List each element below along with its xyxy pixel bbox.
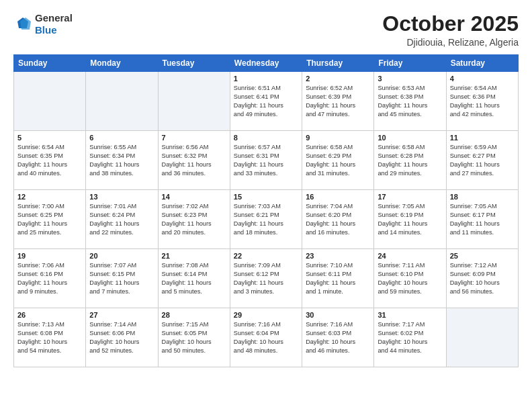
col-sunday: Sunday [14, 55, 86, 72]
day-info: Sunrise: 7:14 AM Sunset: 6:06 PM Dayligh… [89, 320, 154, 355]
day-info: Sunrise: 7:01 AM Sunset: 6:24 PM Dayligh… [89, 202, 154, 237]
week-row-2: 5Sunrise: 6:54 AM Sunset: 6:35 PM Daylig… [14, 131, 519, 190]
calendar-cell: 8Sunrise: 6:57 AM Sunset: 6:31 PM Daylig… [230, 131, 302, 190]
logo: General Blue [13, 12, 73, 36]
logo-icon [13, 15, 32, 34]
col-tuesday: Tuesday [158, 55, 230, 72]
day-info: Sunrise: 7:03 AM Sunset: 6:21 PM Dayligh… [234, 202, 298, 237]
calendar-cell: 10Sunrise: 6:58 AM Sunset: 6:28 PM Dayli… [374, 131, 446, 190]
day-info: Sunrise: 7:04 AM Sunset: 6:20 PM Dayligh… [306, 202, 370, 237]
day-info: Sunrise: 6:58 AM Sunset: 6:28 PM Dayligh… [378, 143, 442, 178]
day-number: 30 [306, 311, 370, 319]
day-info: Sunrise: 7:10 AM Sunset: 6:11 PM Dayligh… [306, 261, 370, 296]
day-number: 21 [162, 252, 226, 260]
day-number: 23 [306, 252, 370, 260]
calendar-cell: 15Sunrise: 7:03 AM Sunset: 6:21 PM Dayli… [230, 190, 302, 249]
day-number: 17 [378, 193, 442, 201]
logo-text: General Blue [35, 12, 73, 36]
calendar-cell: 20Sunrise: 7:07 AM Sunset: 6:15 PM Dayli… [86, 249, 158, 308]
calendar-cell: 22Sunrise: 7:09 AM Sunset: 6:12 PM Dayli… [230, 249, 302, 308]
day-number: 8 [234, 134, 298, 142]
day-number: 2 [306, 75, 370, 83]
day-number: 16 [306, 193, 370, 201]
day-info: Sunrise: 7:11 AM Sunset: 6:10 PM Dayligh… [378, 261, 442, 296]
day-number: 27 [89, 311, 154, 319]
day-info: Sunrise: 7:00 AM Sunset: 6:25 PM Dayligh… [17, 202, 82, 237]
day-number: 31 [378, 311, 442, 319]
day-info: Sunrise: 7:15 AM Sunset: 6:05 PM Dayligh… [162, 320, 226, 355]
col-friday: Friday [374, 55, 446, 72]
day-info: Sunrise: 7:07 AM Sunset: 6:15 PM Dayligh… [89, 261, 154, 296]
day-info: Sunrise: 7:05 AM Sunset: 6:19 PM Dayligh… [378, 202, 442, 237]
day-info: Sunrise: 6:53 AM Sunset: 6:38 PM Dayligh… [378, 84, 442, 119]
col-wednesday: Wednesday [230, 55, 302, 72]
day-info: Sunrise: 6:57 AM Sunset: 6:31 PM Dayligh… [234, 143, 298, 178]
calendar-cell: 24Sunrise: 7:11 AM Sunset: 6:10 PM Dayli… [374, 249, 446, 308]
day-info: Sunrise: 7:05 AM Sunset: 6:17 PM Dayligh… [450, 202, 515, 237]
col-thursday: Thursday [302, 55, 374, 72]
calendar-cell: 1Sunrise: 6:51 AM Sunset: 6:41 PM Daylig… [230, 72, 302, 131]
day-number: 19 [17, 252, 82, 260]
calendar-cell [446, 308, 518, 367]
day-info: Sunrise: 7:09 AM Sunset: 6:12 PM Dayligh… [234, 261, 298, 296]
calendar-cell: 9Sunrise: 6:58 AM Sunset: 6:29 PM Daylig… [302, 131, 374, 190]
calendar-cell: 21Sunrise: 7:08 AM Sunset: 6:14 PM Dayli… [158, 249, 230, 308]
day-info: Sunrise: 6:54 AM Sunset: 6:35 PM Dayligh… [17, 143, 82, 178]
calendar-cell: 18Sunrise: 7:05 AM Sunset: 6:17 PM Dayli… [446, 190, 518, 249]
day-info: Sunrise: 6:52 AM Sunset: 6:39 PM Dayligh… [306, 84, 370, 119]
calendar-cell: 11Sunrise: 6:59 AM Sunset: 6:27 PM Dayli… [446, 131, 518, 190]
calendar-cell: 3Sunrise: 6:53 AM Sunset: 6:38 PM Daylig… [374, 72, 446, 131]
day-info: Sunrise: 6:55 AM Sunset: 6:34 PM Dayligh… [89, 143, 154, 178]
month-title: October 2025 [382, 12, 519, 36]
day-number: 12 [17, 193, 82, 201]
day-number: 7 [162, 134, 226, 142]
col-saturday: Saturday [446, 55, 518, 72]
day-info: Sunrise: 7:02 AM Sunset: 6:23 PM Dayligh… [162, 202, 226, 237]
day-number: 11 [450, 134, 515, 142]
week-row-1: 1Sunrise: 6:51 AM Sunset: 6:41 PM Daylig… [14, 72, 519, 131]
day-number: 20 [89, 252, 154, 260]
week-row-5: 26Sunrise: 7:13 AM Sunset: 6:08 PM Dayli… [14, 308, 519, 367]
calendar-cell: 2Sunrise: 6:52 AM Sunset: 6:39 PM Daylig… [302, 72, 374, 131]
day-info: Sunrise: 7:06 AM Sunset: 6:16 PM Dayligh… [17, 261, 82, 296]
calendar-cell: 27Sunrise: 7:14 AM Sunset: 6:06 PM Dayli… [86, 308, 158, 367]
calendar-cell: 5Sunrise: 6:54 AM Sunset: 6:35 PM Daylig… [14, 131, 86, 190]
logo-general: General [35, 12, 73, 24]
calendar-cell: 4Sunrise: 6:54 AM Sunset: 6:36 PM Daylig… [446, 72, 518, 131]
calendar-cell: 16Sunrise: 7:04 AM Sunset: 6:20 PM Dayli… [302, 190, 374, 249]
day-info: Sunrise: 7:16 AM Sunset: 6:04 PM Dayligh… [234, 320, 298, 355]
day-info: Sunrise: 7:12 AM Sunset: 6:09 PM Dayligh… [450, 261, 515, 296]
day-number: 24 [378, 252, 442, 260]
page: General Blue October 2025 Djidiouia, Rel… [0, 0, 532, 411]
logo-blue: Blue [35, 24, 57, 36]
week-row-3: 12Sunrise: 7:00 AM Sunset: 6:25 PM Dayli… [14, 190, 519, 249]
day-info: Sunrise: 7:16 AM Sunset: 6:03 PM Dayligh… [306, 320, 370, 355]
day-info: Sunrise: 6:56 AM Sunset: 6:32 PM Dayligh… [162, 143, 226, 178]
calendar-cell: 25Sunrise: 7:12 AM Sunset: 6:09 PM Dayli… [446, 249, 518, 308]
day-info: Sunrise: 6:58 AM Sunset: 6:29 PM Dayligh… [306, 143, 370, 178]
calendar-cell [158, 72, 230, 131]
calendar-cell: 29Sunrise: 7:16 AM Sunset: 6:04 PM Dayli… [230, 308, 302, 367]
day-info: Sunrise: 6:59 AM Sunset: 6:27 PM Dayligh… [450, 143, 515, 178]
day-info: Sunrise: 7:08 AM Sunset: 6:14 PM Dayligh… [162, 261, 226, 296]
header: General Blue October 2025 Djidiouia, Rel… [13, 12, 519, 48]
calendar-cell: 31Sunrise: 7:17 AM Sunset: 6:02 PM Dayli… [374, 308, 446, 367]
calendar-table: Sunday Monday Tuesday Wednesday Thursday… [13, 54, 519, 367]
calendar-cell: 13Sunrise: 7:01 AM Sunset: 6:24 PM Dayli… [86, 190, 158, 249]
calendar-cell: 23Sunrise: 7:10 AM Sunset: 6:11 PM Dayli… [302, 249, 374, 308]
day-number: 25 [450, 252, 515, 260]
calendar-cell: 6Sunrise: 6:55 AM Sunset: 6:34 PM Daylig… [86, 131, 158, 190]
day-number: 29 [234, 311, 298, 319]
day-number: 14 [162, 193, 226, 201]
calendar-cell: 28Sunrise: 7:15 AM Sunset: 6:05 PM Dayli… [158, 308, 230, 367]
calendar-cell [14, 72, 86, 131]
day-number: 22 [234, 252, 298, 260]
day-number: 4 [450, 75, 515, 83]
calendar-cell: 26Sunrise: 7:13 AM Sunset: 6:08 PM Dayli… [14, 308, 86, 367]
calendar-cell: 12Sunrise: 7:00 AM Sunset: 6:25 PM Dayli… [14, 190, 86, 249]
title-block: October 2025 Djidiouia, Relizane, Algeri… [382, 12, 519, 48]
day-info: Sunrise: 7:17 AM Sunset: 6:02 PM Dayligh… [378, 320, 442, 355]
day-number: 9 [306, 134, 370, 142]
day-number: 13 [89, 193, 154, 201]
day-number: 6 [89, 134, 154, 142]
